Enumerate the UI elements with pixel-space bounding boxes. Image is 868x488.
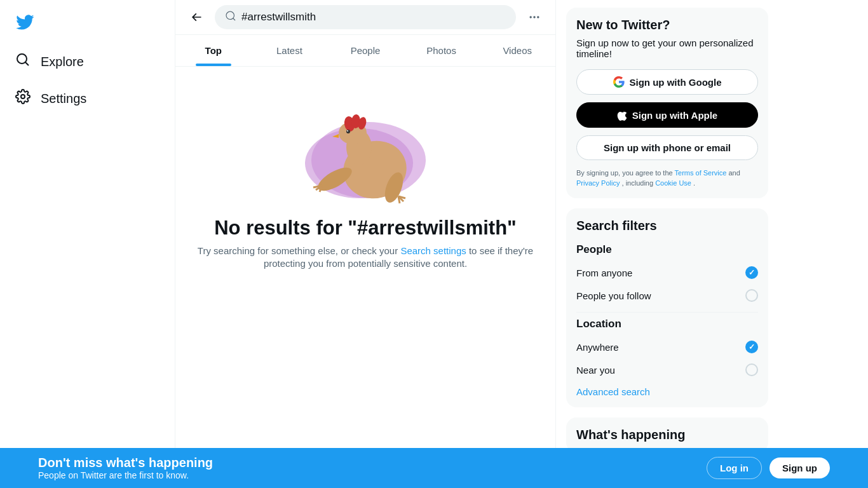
search-icon [225,10,236,24]
search-tabs: Top Latest People Photos Videos [175,35,555,67]
twitter-logo[interactable] [8,5,167,42]
banner-text: Don't miss what's happening People on Tw… [38,456,213,480]
explore-icon [15,52,31,71]
people-you-follow-label: People you follow [576,290,651,301]
from-anyone-label: From anyone [576,268,632,278]
google-icon [613,76,625,88]
signup-phone-label: Sign up with phone or email [604,142,731,153]
from-anyone-option[interactable]: From anyone [576,261,758,284]
new-to-twitter-subtitle: Sign up now to get your own personalized… [576,37,758,59]
svg-point-0 [21,95,25,98]
near-you-label: Near you [576,365,615,376]
search-input[interactable]: #arrestwillsmith [241,11,506,24]
near-you-option[interactable]: Near you [576,358,758,381]
sidebar-item-explore[interactable]: Explore [8,44,167,79]
terms-of-service-link[interactable]: Terms of Service [675,169,727,177]
back-button[interactable] [186,6,207,28]
banner-buttons: Log in Sign up [707,457,830,479]
anywhere-label: Anywhere [576,342,619,353]
tab-photos[interactable]: Photos [403,35,480,66]
signup-google-label: Sign up with Google [630,77,722,88]
search-settings-link[interactable]: Search settings [400,245,466,256]
cookie-use-link[interactable]: Cookie Use [655,179,691,187]
people-you-follow-radio[interactable] [745,289,758,302]
banner-signup-button[interactable]: Sign up [770,458,830,478]
anywhere-option[interactable]: Anywhere [576,336,758,358]
search-bar[interactable]: #arrestwillsmith [215,5,516,29]
tab-videos[interactable]: Videos [479,35,555,66]
near-you-radio[interactable] [745,363,758,376]
whats-happening-panel: What's happening [566,417,768,452]
signup-phone-button[interactable]: Sign up with phone or email [576,135,758,160]
signup-apple-label: Sign up with Apple [632,110,717,121]
tab-latest[interactable]: Latest [252,35,328,66]
search-filters-panel: Search filters People From anyone People… [566,208,768,407]
banner-sub-text: People on Twitter are the first to know. [38,470,213,480]
whats-happening-title: What's happening [576,428,758,442]
right-sidebar: New to Twitter? Sign up now to get your … [556,0,778,488]
tab-top[interactable]: Top [175,35,252,66]
new-to-twitter-panel: New to Twitter? Sign up now to get your … [566,8,768,198]
no-results-section: No results for "#arrestwillsmith" Try se… [175,67,555,270]
people-you-follow-option[interactable]: People you follow [576,284,758,307]
more-options-button[interactable] [524,6,545,28]
anywhere-radio[interactable] [745,341,758,353]
filters-divider [576,312,758,313]
settings-icon [15,89,31,108]
from-anyone-radio[interactable] [745,266,758,279]
sidebar-settings-label: Settings [41,92,86,106]
no-results-subtitle: Try searching for something else, or che… [196,245,535,270]
terms-text: By signing up, you agree to the Terms of… [576,168,758,188]
search-filters-title: Search filters [576,219,758,233]
privacy-policy-link[interactable]: Privacy Policy [576,179,620,187]
signup-apple-button[interactable]: Sign up with Apple [576,102,758,128]
bottom-banner: Don't miss what's happening People on Tw… [0,448,868,488]
no-results-image [289,87,442,201]
tab-people[interactable]: People [327,35,403,66]
sidebar: Explore Settings [0,0,175,488]
banner-main-text: Don't miss what's happening [38,456,213,470]
apple-icon [617,109,627,121]
new-to-twitter-title: New to Twitter? [576,18,758,32]
sidebar-explore-label: Explore [41,55,84,69]
sidebar-item-settings[interactable]: Settings [8,81,167,116]
svg-point-9 [346,130,350,133]
advanced-search-link[interactable]: Advanced search [576,386,758,397]
center-content: #arrestwillsmith Top Latest People Photo… [175,0,556,488]
banner-login-button[interactable]: Log in [707,457,762,479]
signup-google-button[interactable]: Sign up with Google [576,69,758,95]
svg-point-10 [347,130,348,132]
no-results-title: No results for "#arrestwillsmith" [214,217,517,240]
people-section-title: People [576,243,758,256]
search-header: #arrestwillsmith [175,0,555,35]
location-section-title: Location [576,318,758,330]
